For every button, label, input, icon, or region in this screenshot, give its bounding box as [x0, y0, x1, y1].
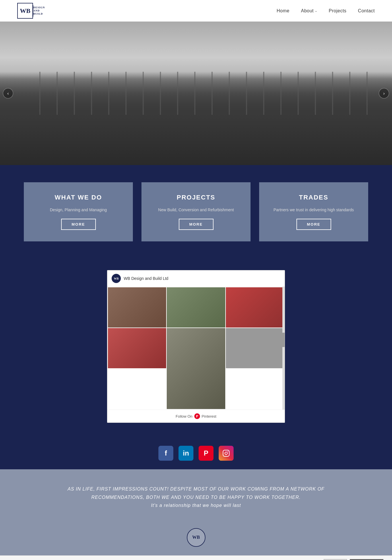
- linkedin-icon-button[interactable]: in: [178, 446, 193, 461]
- cards-section: WHAT WE DO Design, Planning and Managing…: [0, 165, 392, 259]
- card-title-2: TRADES: [299, 194, 328, 201]
- card-desc-1: New Build, Conversion and Refurbishment: [158, 207, 234, 213]
- pinterest-widget-wrap: WB WB Design and Build Ltd Follow On: [107, 270, 285, 423]
- nav-item-home[interactable]: Home: [277, 8, 290, 13]
- cookie-buttons: Decline Allow cookies: [324, 559, 383, 560]
- navigation: WB DESIGN AND BUILD Home About ⌄ Project…: [0, 0, 392, 22]
- card-what-we-do: WHAT WE DO Design, Planning and Managing…: [24, 182, 133, 241]
- pinterest-image-1: [108, 287, 166, 328]
- card-projects: PROJECTS New Build, Conversion and Refur…: [141, 182, 251, 241]
- svg-rect-0: [223, 450, 229, 456]
- follow-on-text: Follow On: [176, 414, 193, 418]
- pinterest-image-2: [167, 287, 225, 328]
- nav-link-projects[interactable]: Projects: [329, 8, 347, 13]
- quote-line3: It's a relationship that we hope will la…: [57, 503, 335, 508]
- pinterest-logo-icon: P: [194, 413, 200, 419]
- instagram-icon-button[interactable]: [219, 446, 234, 461]
- svg-point-1: [225, 452, 228, 455]
- card-more-button-0[interactable]: MORE: [61, 219, 96, 230]
- nav-link-contact[interactable]: Contact: [358, 8, 375, 13]
- footer-logo-section: WB: [0, 521, 392, 555]
- hero-image: [0, 22, 392, 165]
- pinterest-section: WB WB Design and Build Ltd Follow On: [0, 259, 392, 434]
- pinterest-image-3: [226, 287, 284, 328]
- pinterest-content: [107, 287, 285, 410]
- pinterest-icon-button[interactable]: P: [199, 446, 214, 461]
- pinterest-image-large: [167, 328, 225, 409]
- nav-link-about[interactable]: About ⌄: [301, 8, 317, 13]
- nav-link-home[interactable]: Home: [277, 8, 290, 13]
- card-title-0: WHAT WE DO: [55, 194, 102, 201]
- hero-prev-button[interactable]: ‹: [3, 88, 13, 98]
- footer-logo-circle: WB: [187, 528, 205, 547]
- pinterest-header: WB WB Design and Build Ltd: [107, 270, 285, 287]
- allow-cookies-button[interactable]: Allow cookies: [350, 559, 383, 560]
- decline-button[interactable]: Decline: [324, 559, 347, 560]
- svg-point-2: [228, 451, 228, 452]
- instagram-svg-icon: [222, 449, 230, 457]
- chevron-right-icon: ›: [383, 90, 385, 96]
- hero-banner: ‹ ›: [0, 22, 392, 165]
- chevron-left-icon: ‹: [7, 90, 9, 96]
- nav-item-projects[interactable]: Projects: [329, 8, 347, 13]
- pinterest-widget: WB WB Design and Build Ltd Follow On: [107, 270, 285, 423]
- pinterest-scrollbar[interactable]: [282, 287, 285, 410]
- quote-line1: As in life, first impressions count! Des…: [57, 485, 335, 493]
- nav-item-contact[interactable]: Contact: [358, 8, 375, 13]
- pinterest-platform-name: Pinterest: [202, 414, 216, 418]
- pinterest-avatar: WB: [112, 274, 121, 283]
- pinterest-scrollbar-thumb: [282, 333, 285, 347]
- logo-area[interactable]: WB DESIGN AND BUILD: [17, 3, 45, 19]
- cookie-bar: This website uses cookies to ensure you …: [0, 555, 392, 560]
- card-trades: TRADES Partners we trust in delivering h…: [259, 182, 368, 241]
- logo-tagline: DESIGN AND BUILD: [33, 6, 45, 15]
- pinterest-image-4: [108, 328, 166, 368]
- pinterest-image-5: [226, 328, 284, 368]
- nav-item-about[interactable]: About ⌄: [301, 8, 317, 13]
- chevron-down-icon: ⌄: [315, 9, 317, 12]
- card-title-1: PROJECTS: [177, 194, 216, 201]
- footer-logo-text: WB: [192, 535, 200, 540]
- logo-wb: WB: [20, 8, 30, 14]
- quote-line2: recommendations, both we and you need to…: [57, 493, 335, 502]
- card-desc-2: Partners we trust in delivering high sta…: [273, 207, 354, 213]
- card-more-button-1[interactable]: MORE: [179, 219, 214, 230]
- card-desc-0: Design, Planning and Managing: [50, 207, 107, 213]
- pinterest-profile-name: WB Design and Build Ltd: [124, 276, 168, 281]
- social-icons-section: f in P: [0, 434, 392, 469]
- nav-menu: Home About ⌄ Projects Contact: [277, 8, 375, 13]
- quote-section: As in life, first impressions count! Des…: [0, 469, 392, 521]
- card-more-button-2[interactable]: MORE: [296, 219, 331, 230]
- hero-next-button[interactable]: ›: [379, 88, 389, 98]
- pinterest-follow-bar[interactable]: Follow On P Pinterest: [107, 410, 285, 423]
- pinterest-image-grid: [107, 287, 285, 410]
- logo-box: WB: [17, 3, 33, 19]
- facebook-icon-button[interactable]: f: [158, 446, 173, 461]
